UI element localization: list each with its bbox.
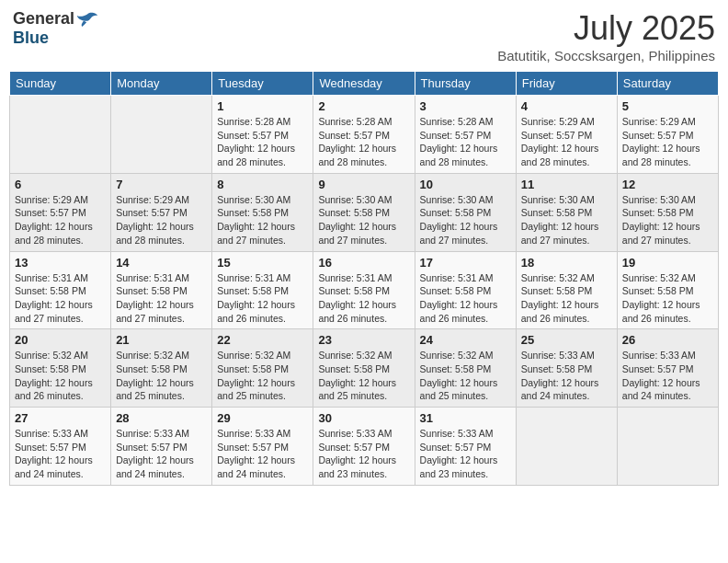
day-number: 14 xyxy=(116,256,207,270)
day-info: Sunrise: 5:31 AMSunset: 5:58 PMDaylight:… xyxy=(318,271,409,326)
day-info: Sunrise: 5:32 AMSunset: 5:58 PMDaylight:… xyxy=(521,271,612,326)
day-number: 12 xyxy=(622,178,713,191)
day-number: 31 xyxy=(420,411,511,425)
day-number: 2 xyxy=(318,99,409,113)
logo-bird-icon xyxy=(76,10,98,29)
month-year-title: July 2025 xyxy=(497,9,715,48)
day-info: Sunrise: 5:33 AMSunset: 5:57 PMDaylight:… xyxy=(622,349,713,403)
calendar-cell: 16Sunrise: 5:31 AMSunset: 5:58 PMDayligh… xyxy=(313,251,415,329)
day-number: 23 xyxy=(318,333,409,347)
calendar-cell: 15Sunrise: 5:31 AMSunset: 5:58 PMDayligh… xyxy=(212,251,313,329)
day-number: 18 xyxy=(521,256,612,270)
calendar-cell: 25Sunrise: 5:33 AMSunset: 5:58 PMDayligh… xyxy=(516,329,617,408)
weekday-header-monday: Monday xyxy=(111,72,212,96)
calendar-cell: 27Sunrise: 5:33 AMSunset: 5:57 PMDayligh… xyxy=(10,408,111,486)
calendar-cell: 28Sunrise: 5:33 AMSunset: 5:57 PMDayligh… xyxy=(111,408,212,486)
calendar-week-row: 6Sunrise: 5:29 AMSunset: 5:57 PMDaylight… xyxy=(10,173,719,251)
logo-blue-text: Blue xyxy=(13,29,49,48)
day-number: 17 xyxy=(420,256,511,270)
calendar-cell xyxy=(111,96,212,174)
day-info: Sunrise: 5:30 AMSunset: 5:58 PMDaylight:… xyxy=(622,193,713,247)
weekday-header-row: SundayMondayTuesdayWednesdayThursdayFrid… xyxy=(10,72,719,96)
weekday-header-friday: Friday xyxy=(516,72,617,96)
day-info: Sunrise: 5:29 AMSunset: 5:57 PMDaylight:… xyxy=(15,193,106,247)
calendar-cell xyxy=(10,96,111,174)
calendar-table: SundayMondayTuesdayWednesdayThursdayFrid… xyxy=(9,71,719,486)
weekday-header-tuesday: Tuesday xyxy=(212,72,313,96)
calendar-cell: 23Sunrise: 5:32 AMSunset: 5:58 PMDayligh… xyxy=(313,329,415,408)
day-number: 1 xyxy=(217,99,308,113)
day-number: 8 xyxy=(217,178,308,191)
day-info: Sunrise: 5:31 AMSunset: 5:58 PMDaylight:… xyxy=(217,271,308,326)
calendar-cell: 7Sunrise: 5:29 AMSunset: 5:57 PMDaylight… xyxy=(111,173,212,251)
day-info: Sunrise: 5:32 AMSunset: 5:58 PMDaylight:… xyxy=(318,349,409,403)
day-number: 30 xyxy=(318,411,409,425)
day-number: 27 xyxy=(15,411,106,425)
calendar-cell: 2Sunrise: 5:28 AMSunset: 5:57 PMDaylight… xyxy=(313,96,415,174)
day-info: Sunrise: 5:29 AMSunset: 5:57 PMDaylight:… xyxy=(622,115,713,169)
day-number: 24 xyxy=(420,333,511,347)
logo: General Blue xyxy=(13,9,98,48)
day-number: 6 xyxy=(15,178,106,191)
day-info: Sunrise: 5:28 AMSunset: 5:57 PMDaylight:… xyxy=(217,115,308,169)
day-info: Sunrise: 5:33 AMSunset: 5:57 PMDaylight:… xyxy=(420,427,511,481)
day-number: 25 xyxy=(521,333,612,347)
day-number: 29 xyxy=(217,411,308,425)
calendar-cell: 9Sunrise: 5:30 AMSunset: 5:58 PMDaylight… xyxy=(313,173,415,251)
day-number: 7 xyxy=(116,178,207,191)
day-number: 11 xyxy=(521,178,612,191)
day-number: 28 xyxy=(116,411,207,425)
calendar-cell: 29Sunrise: 5:33 AMSunset: 5:57 PMDayligh… xyxy=(212,408,313,486)
calendar-cell: 3Sunrise: 5:28 AMSunset: 5:57 PMDaylight… xyxy=(415,96,516,174)
day-info: Sunrise: 5:33 AMSunset: 5:57 PMDaylight:… xyxy=(318,427,409,481)
day-info: Sunrise: 5:28 AMSunset: 5:57 PMDaylight:… xyxy=(318,115,409,169)
day-number: 20 xyxy=(15,333,106,347)
logo-general-text: General xyxy=(13,9,74,29)
calendar-cell: 14Sunrise: 5:31 AMSunset: 5:58 PMDayligh… xyxy=(111,251,212,329)
day-info: Sunrise: 5:32 AMSunset: 5:58 PMDaylight:… xyxy=(420,349,511,403)
calendar-cell: 10Sunrise: 5:30 AMSunset: 5:58 PMDayligh… xyxy=(415,173,516,251)
day-number: 19 xyxy=(622,256,713,270)
day-number: 4 xyxy=(521,99,612,113)
day-info: Sunrise: 5:33 AMSunset: 5:58 PMDaylight:… xyxy=(521,349,612,403)
calendar-cell: 18Sunrise: 5:32 AMSunset: 5:58 PMDayligh… xyxy=(516,251,617,329)
calendar-cell: 8Sunrise: 5:30 AMSunset: 5:58 PMDaylight… xyxy=(212,173,313,251)
day-number: 22 xyxy=(217,333,308,347)
calendar-cell: 4Sunrise: 5:29 AMSunset: 5:57 PMDaylight… xyxy=(516,96,617,174)
day-info: Sunrise: 5:33 AMSunset: 5:57 PMDaylight:… xyxy=(15,427,106,481)
day-number: 26 xyxy=(622,333,713,347)
day-number: 15 xyxy=(217,256,308,270)
calendar-cell: 30Sunrise: 5:33 AMSunset: 5:57 PMDayligh… xyxy=(313,408,415,486)
calendar-cell: 20Sunrise: 5:32 AMSunset: 5:58 PMDayligh… xyxy=(10,329,111,408)
calendar-cell: 22Sunrise: 5:32 AMSunset: 5:58 PMDayligh… xyxy=(212,329,313,408)
calendar-cell: 5Sunrise: 5:29 AMSunset: 5:57 PMDaylight… xyxy=(617,96,718,174)
calendar-cell: 31Sunrise: 5:33 AMSunset: 5:57 PMDayligh… xyxy=(415,408,516,486)
page-header: General Blue July 2025 Batutitik, Soccsk… xyxy=(9,9,719,63)
day-info: Sunrise: 5:31 AMSunset: 5:58 PMDaylight:… xyxy=(420,271,511,326)
day-info: Sunrise: 5:30 AMSunset: 5:58 PMDaylight:… xyxy=(521,193,612,247)
day-number: 21 xyxy=(116,333,207,347)
day-info: Sunrise: 5:32 AMSunset: 5:58 PMDaylight:… xyxy=(217,349,308,403)
day-info: Sunrise: 5:33 AMSunset: 5:57 PMDaylight:… xyxy=(217,427,308,481)
calendar-week-row: 1Sunrise: 5:28 AMSunset: 5:57 PMDaylight… xyxy=(10,96,719,174)
day-info: Sunrise: 5:29 AMSunset: 5:57 PMDaylight:… xyxy=(116,193,207,247)
calendar-cell: 24Sunrise: 5:32 AMSunset: 5:58 PMDayligh… xyxy=(415,329,516,408)
calendar-cell: 17Sunrise: 5:31 AMSunset: 5:58 PMDayligh… xyxy=(415,251,516,329)
day-number: 5 xyxy=(622,99,713,113)
day-info: Sunrise: 5:32 AMSunset: 5:58 PMDaylight:… xyxy=(622,271,713,326)
day-info: Sunrise: 5:31 AMSunset: 5:58 PMDaylight:… xyxy=(116,271,207,326)
calendar-cell xyxy=(516,408,617,486)
weekday-header-thursday: Thursday xyxy=(415,72,516,96)
calendar-cell: 19Sunrise: 5:32 AMSunset: 5:58 PMDayligh… xyxy=(617,251,718,329)
day-number: 16 xyxy=(318,256,409,270)
day-number: 3 xyxy=(420,99,511,113)
day-info: Sunrise: 5:30 AMSunset: 5:58 PMDaylight:… xyxy=(217,193,308,247)
day-number: 13 xyxy=(15,256,106,270)
day-info: Sunrise: 5:28 AMSunset: 5:57 PMDaylight:… xyxy=(420,115,511,169)
calendar-cell: 12Sunrise: 5:30 AMSunset: 5:58 PMDayligh… xyxy=(617,173,718,251)
calendar-cell: 21Sunrise: 5:32 AMSunset: 5:58 PMDayligh… xyxy=(111,329,212,408)
day-info: Sunrise: 5:29 AMSunset: 5:57 PMDaylight:… xyxy=(521,115,612,169)
calendar-cell: 26Sunrise: 5:33 AMSunset: 5:57 PMDayligh… xyxy=(617,329,718,408)
calendar-week-row: 20Sunrise: 5:32 AMSunset: 5:58 PMDayligh… xyxy=(10,329,719,408)
calendar-cell xyxy=(617,408,718,486)
